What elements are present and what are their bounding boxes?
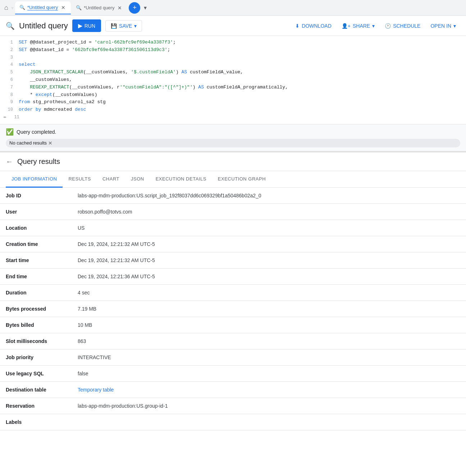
job-info-table: Job IDlabs-app-mdm-production:US.script_… [0,188,466,430]
results-header: ← Query results [0,152,466,171]
tab-json-label: JSON [131,176,144,182]
tab-chart[interactable]: CHART [97,171,125,188]
job-info-label: Job priority [0,349,72,365]
tab-json[interactable]: JSON [125,171,150,188]
job-info-value: 863 [72,333,466,349]
code-line-7: 7 REGEXP_EXTRACT(__customValues, r'"cust… [0,84,466,91]
save-icon: 💾 [111,23,117,29]
code-line-3: 3 [0,54,466,61]
job-info-label: Slot milliseconds [0,333,72,349]
code-line-9: 9 from stg_protheus_carol_sa2 stg [0,99,466,106]
code-line-4: 4 select [0,61,466,69]
line-content-11 [25,114,463,121]
plus-icon: + [133,4,137,12]
job-info-value: robson.poffo@totvs.com [72,203,466,220]
job-info-row: Job priorityINTERACTIVE [0,349,466,365]
code-line-5: 5 JSON_EXTRACT_SCALAR(__customValues, '$… [0,69,466,76]
back-button[interactable]: ← [6,157,13,166]
job-info-value: Dec 19, 2024, 12:21:32 AM UTC-5 [72,252,466,268]
job-info-label: Labels [0,414,72,430]
tab-1-icon: 🔍 [19,5,25,10]
home-button[interactable]: ⌂ [3,4,10,12]
line-number-5: 5 [3,69,13,76]
job-info-label: Start time [0,252,72,268]
open-in-chevron-icon: ▾ [453,23,456,29]
schedule-label: SCHEDULE [393,23,420,29]
job-info-row: Duration4 sec [0,284,466,301]
job-info-value: 7.19 MB [72,301,466,317]
job-info-row: Destination tableTemporary table [0,381,466,398]
job-info-row: Creation timeDec 19, 2024, 12:21:32 AM U… [0,236,466,252]
tab-chart-label: CHART [102,176,119,182]
download-button[interactable]: ⬇ DOWNLOAD [291,20,335,31]
job-info-label: Creation time [0,236,72,252]
job-info-value[interactable]: Temporary table [72,381,466,398]
share-chevron-icon: ▾ [372,23,375,29]
job-info-label: Use legacy SQL [0,365,72,381]
job-info-label: Duration [0,284,72,301]
no-cache-close-icon[interactable]: ✕ [48,140,52,146]
code-line-1: 1 SET @@dataset_project_id = 'carol-662b… [0,39,466,46]
tab-2[interactable]: 🔍 *Untitled query ✕ [72,1,127,14]
tab-job-information[interactable]: JOB INFORMATION [6,171,63,188]
new-tab-button[interactable]: + [129,2,140,14]
line-number-3: 3 [3,54,13,61]
results-title: Query results [17,157,60,166]
job-info-label: Bytes processed [0,301,72,317]
destination-table-link[interactable]: Temporary table [78,387,114,393]
no-cache-text: No cached results [9,140,47,146]
tab-job-information-label: JOB INFORMATION [12,176,57,182]
job-info-label: Destination table [0,381,72,398]
tab-execution-details[interactable]: EXECUTION DETAILS [150,171,212,188]
save-button[interactable]: 💾 SAVE ▾ [105,20,142,32]
tab-bar-divider: ▾ [11,5,14,11]
code-line-8: 8 * except(__customValues) [0,91,466,99]
line-content-6: __customValues, [19,76,463,84]
query-status: ✅ Query completed. No cached results ✕ [0,124,466,152]
chevron-down-icon: ▾ [144,4,147,11]
status-completed-text: Query completed. [17,129,56,135]
run-button[interactable]: ▶ RUN [72,19,101,32]
tab-results-label: RESULTS [68,176,91,182]
code-line-11: ✏️ 11 [0,114,466,121]
code-editor[interactable]: 1 SET @@dataset_project_id = 'carol-662b… [0,36,466,124]
job-info-value: labs-app-mdm-production:US.group-id-1 [72,398,466,414]
tab-bar: ⌂ ▾ 🔍 *Untitled query ✕ 🔍 *Untitled quer… [0,0,466,16]
share-button[interactable]: 👤+ SHARE ▾ [337,20,379,31]
status-completed-line: ✅ Query completed. [6,128,460,136]
line-content-3 [19,54,463,61]
job-info-row: Labels [0,414,466,430]
job-info-value [72,414,466,430]
open-in-label: OPEN IN [430,23,451,29]
share-icon: 👤+ [342,23,351,29]
download-label: DOWNLOAD [302,23,331,29]
code-line-10: 10 order by mdmcreated desc [0,106,466,114]
line-number-2: 2 [3,46,13,54]
line-number-8: 8 [3,91,13,99]
open-in-button[interactable]: OPEN IN ▾ [426,20,460,31]
tab-1[interactable]: 🔍 *Untitled query ✕ [15,1,71,14]
job-info-row: Slot milliseconds863 [0,333,466,349]
line-content-9: from stg_protheus_carol_sa2 stg [19,99,463,106]
job-info-value: 10 MB [72,317,466,333]
tab-1-close[interactable]: ✕ [60,4,67,11]
tab-more-button[interactable]: ▾ [140,3,150,13]
job-info-row: LocationUS [0,220,466,236]
save-label: SAVE [119,23,132,29]
edit-icon: ✏️ [4,114,6,121]
code-line-2: 2 SET @@dataset_id = '662bfc9ef69e4a3387… [0,46,466,54]
schedule-button[interactable]: 🕐 SCHEDULE [380,20,425,31]
line-number-4: 4 [3,61,13,68]
result-tabs: JOB INFORMATION RESULTS CHART JSON EXECU… [0,171,466,188]
line-number-10: 10 [3,106,13,113]
tab-execution-details-label: EXECUTION DETAILS [156,176,206,182]
line-number-11: 11 [9,114,19,121]
job-info-label: Reservation [0,398,72,414]
tab-2-close[interactable]: ✕ [116,5,123,11]
job-info-value: INTERACTIVE [72,349,466,365]
tab-execution-graph[interactable]: EXECUTION GRAPH [212,171,271,188]
tab-results[interactable]: RESULTS [63,171,97,188]
search-icon: 🔍 [6,22,15,30]
job-info-value: false [72,365,466,381]
job-info-row: Job IDlabs-app-mdm-production:US.script_… [0,188,466,204]
